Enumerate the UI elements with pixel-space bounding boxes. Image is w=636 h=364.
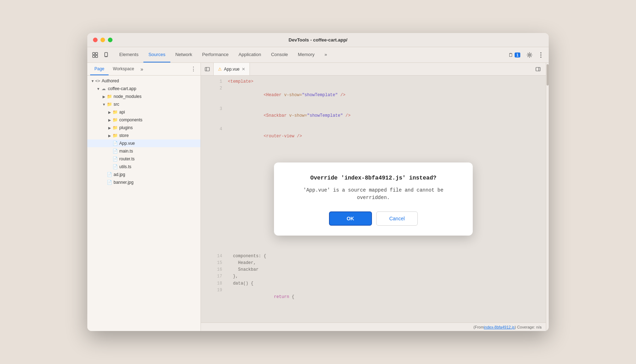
dialog-message: 'App.vue' is a source mapped file and ca… — [288, 187, 459, 202]
inspect-icon[interactable] — [90, 50, 100, 60]
tree-label: components — [119, 117, 142, 122]
tree-label: coffee-cart.app — [108, 86, 136, 91]
console-badge-number: 1 — [515, 53, 520, 57]
tree-label: plugins — [119, 125, 133, 130]
toolbar-icons — [90, 47, 111, 62]
ok-button[interactable]: OK — [329, 211, 372, 226]
tab-console[interactable]: Console — [266, 47, 293, 62]
sidebar-options-icon[interactable]: ⋮ — [189, 63, 198, 75]
expand-arrow-icon: ▶ — [107, 134, 112, 138]
collapse-arrow-icon: ▼ — [90, 79, 95, 83]
file-tree: ▼ <> Authored ▼ ☁ coffee-cart.app ▶ 📁 no… — [87, 76, 201, 331]
expand-arrow-icon: ▶ — [107, 110, 112, 114]
status-bar: (From index-8bfa4912.js ) Coverage: n/a — [201, 322, 546, 331]
maximize-button[interactable] — [108, 38, 113, 42]
status-file-link[interactable]: index-8bfa4912.js — [484, 325, 515, 329]
tab-application[interactable]: Application — [234, 47, 266, 62]
editor-tab-right — [533, 63, 546, 75]
svg-rect-3 — [95, 55, 98, 57]
tree-item-router-ts[interactable]: ▶ 📄 router.ts — [87, 155, 201, 163]
dialog-buttons: OK Cancel — [288, 211, 459, 226]
tree-item-ad-jpg[interactable]: ▶ 📄 ad.jpg — [87, 171, 201, 178]
minimize-button[interactable] — [100, 38, 105, 42]
window-title: DevTools - coffee-cart.app/ — [289, 37, 347, 43]
folder-icon: 📁 — [112, 110, 118, 115]
tab-sources[interactable]: Sources — [143, 47, 170, 62]
svg-rect-0 — [93, 53, 95, 55]
sidebar-tab-more[interactable]: » — [138, 63, 146, 75]
tree-label: src — [114, 102, 119, 107]
folder-icon: 📁 — [112, 125, 118, 130]
tab-elements[interactable]: Elements — [114, 47, 143, 62]
collapse-sidebar-icon[interactable] — [533, 64, 543, 74]
tree-item-app-vue[interactable]: ▶ 📄 App.vue — [87, 139, 201, 147]
code-editor[interactable]: 1 <template> 2 <Header v-show="showTempl… — [201, 76, 546, 322]
tree-item-components[interactable]: ▶ 📁 components — [87, 116, 201, 124]
warning-icon: ⚠ — [218, 67, 222, 72]
tab-memory[interactable]: Memory — [293, 47, 319, 62]
main-toolbar: Elements Sources Network Performance App… — [87, 47, 549, 63]
svg-point-9 — [541, 56, 542, 57]
tree-label: ad.jpg — [114, 172, 125, 177]
tab-network[interactable]: Network — [170, 47, 197, 62]
more-options-icon[interactable] — [536, 50, 546, 60]
scrollbar-thumb[interactable] — [547, 64, 549, 86]
file-icon: 📄 — [106, 180, 112, 185]
svg-rect-1 — [95, 53, 98, 55]
traffic-lights — [93, 38, 113, 42]
svg-point-6 — [529, 54, 531, 56]
device-toggle-icon[interactable] — [102, 50, 111, 60]
tree-item-utils-ts[interactable]: ▶ 📄 utils.ts — [87, 163, 201, 171]
tree-label: banner.jpg — [114, 180, 133, 185]
tree-item-main-ts[interactable]: ▶ 📄 main.ts — [87, 147, 201, 155]
tab-more[interactable]: » — [319, 47, 332, 62]
collapse-arrow-icon: ▼ — [96, 87, 101, 91]
expand-arrow-icon: ▶ — [107, 118, 112, 122]
svg-rect-5 — [105, 56, 107, 57]
file-icon: 📄 — [112, 164, 118, 169]
folder-icon: 📁 — [112, 133, 118, 138]
folder-icon: 📁 — [106, 102, 112, 107]
tree-label: main.ts — [119, 149, 133, 154]
tree-label: App.vue — [119, 141, 135, 146]
cloud-icon: ☁ — [101, 86, 106, 91]
file-icon: 📄 — [112, 141, 118, 146]
svg-point-7 — [541, 52, 542, 53]
tree-label: api — [119, 110, 125, 115]
dialog-title: Override 'index-8bfa4912.js' instead? — [288, 174, 459, 183]
tree-label: router.ts — [119, 156, 135, 161]
authored-label: Authored — [102, 78, 119, 83]
status-prefix: (From — [473, 325, 484, 329]
svg-rect-12 — [536, 67, 540, 71]
toolbar-right: 🗒 1 — [505, 47, 546, 62]
tree-label: utils.ts — [119, 164, 131, 169]
tree-item-src[interactable]: ▼ 📁 src — [87, 100, 201, 108]
tree-item-api[interactable]: ▶ 📁 api — [87, 108, 201, 116]
authored-section[interactable]: ▼ <> Authored — [87, 77, 201, 85]
close-button[interactable] — [93, 38, 98, 42]
cancel-button[interactable]: Cancel — [376, 211, 418, 226]
settings-icon[interactable] — [525, 50, 534, 60]
tab-performance[interactable]: Performance — [197, 47, 234, 62]
sidebar-toggle-icon[interactable] — [201, 63, 214, 75]
sidebar-tab-page[interactable]: Page — [90, 63, 109, 75]
tree-item-store[interactable]: ▶ 📁 store — [87, 132, 201, 139]
close-tab-icon[interactable]: ✕ — [242, 67, 245, 72]
file-icon: 📄 — [106, 172, 112, 177]
folder-icon: 📁 — [112, 117, 118, 122]
tree-item-node-modules[interactable]: ▶ 📁 node_modules — [87, 93, 201, 100]
file-sidebar: Page Workspace » ⋮ ▼ <> Authored ▼ ☁ — [87, 63, 201, 331]
devtools-window: DevTools - coffee-cart.app/ E — [87, 33, 549, 331]
tree-item-coffee-cart[interactable]: ▼ ☁ coffee-cart.app — [87, 85, 201, 93]
sidebar-tab-workspace[interactable]: Workspace — [109, 63, 138, 75]
tree-item-plugins[interactable]: ▶ 📁 plugins — [87, 124, 201, 132]
scrollbar-track[interactable] — [546, 63, 549, 331]
tree-label: node_modules — [114, 94, 142, 99]
editor-tab-bar: ⚠ App.vue ✕ — [201, 63, 546, 76]
console-count-badge[interactable]: 🗒 1 — [505, 51, 523, 59]
tree-item-banner-jpg[interactable]: ▶ 📄 banner.jpg — [87, 178, 201, 186]
editor-tab-app-vue[interactable]: ⚠ App.vue ✕ — [214, 63, 250, 75]
svg-rect-10 — [205, 67, 209, 71]
editor-area: ⚠ App.vue ✕ — [201, 63, 546, 331]
nav-tabs: Elements Sources Network Performance App… — [114, 47, 332, 62]
